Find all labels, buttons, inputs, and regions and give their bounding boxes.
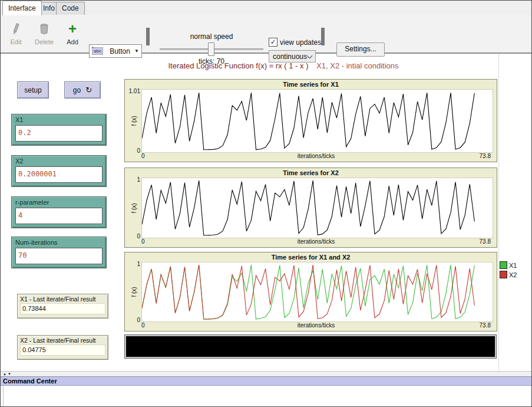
monitor-x1-label: X1 - Last iterate/Final result xyxy=(20,296,105,303)
add-button[interactable]: + Add xyxy=(60,22,85,45)
widget-type-value: Button xyxy=(105,47,134,55)
plot1-canvas xyxy=(141,89,493,153)
delete-label: Delete xyxy=(31,38,57,45)
plot1-y-label: f (x) xyxy=(131,116,137,126)
legend-label-x2: X2 xyxy=(509,271,517,278)
plot1-title: Time series for X1 xyxy=(126,80,495,89)
view-updates-checkbox[interactable]: ✓ xyxy=(269,38,277,47)
plot3-y-axis: 1 f (x) 0 xyxy=(126,262,141,322)
input-r-parameter-field[interactable]: 4 xyxy=(15,208,103,224)
netlogo-window: Interface Info Code Edit xyxy=(0,0,532,407)
monitor-x2-value: 0.04775 xyxy=(20,344,105,356)
plot-time-series-x1: Time series for X1 1.01 f (x) 0 0 iterat… xyxy=(124,79,497,162)
plot3-legend: X1 X2 xyxy=(500,261,517,280)
legend-item-x1: X1 xyxy=(500,261,517,269)
edit-label: Edit xyxy=(3,38,29,45)
plot2-ymax-tick: 1 xyxy=(137,176,140,183)
plot2-y-axis: 1 f (x) 0 xyxy=(126,178,141,238)
plot1-x-label: iterations/ticks xyxy=(141,153,491,159)
legend-label-x1: X1 xyxy=(509,262,517,269)
plot3-canvas xyxy=(141,262,493,322)
plot1-y-axis: 1.01 f (x) 0 xyxy=(126,89,141,153)
pencil-icon xyxy=(3,22,29,37)
go-label: go xyxy=(73,86,81,94)
output-view xyxy=(125,335,496,358)
tab-interface[interactable]: Interface xyxy=(2,1,42,15)
legend-swatch-x2 xyxy=(500,271,507,278)
monitor-x2-result: X2 - Last iterate/Final result 0.04775 xyxy=(17,335,108,360)
speed-slider-group: normal speed ticks: 70 xyxy=(158,32,265,62)
input-r-parameter: r-parameter 4 xyxy=(11,196,107,228)
plot2-xmax-tick: 73.8 xyxy=(480,238,491,245)
plot-time-series-x1-x2: Time series for X1 and X2 1 f (x) 0 0 it… xyxy=(124,252,497,331)
plot1-x-axis: 0 iterations/ticks 73.8 xyxy=(126,153,495,161)
plot3-x-axis: 0 iterations/ticks 73.8 xyxy=(126,322,495,330)
splitter-arrows[interactable]: ▲▼ xyxy=(3,372,12,376)
heading-main: Iterated Logistic Function f(x) = rx ( 1… xyxy=(168,61,308,70)
arrow-up-icon: ▲ xyxy=(3,372,8,376)
plot3-title: Time series for X1 and X2 xyxy=(126,253,495,262)
view-updates-label: view updates xyxy=(280,38,321,47)
plot1-xmax-tick: 73.8 xyxy=(480,153,491,159)
toolbar-separator xyxy=(146,28,150,45)
tab-code[interactable]: Code xyxy=(56,2,85,15)
canvas-edge-divider xyxy=(498,54,499,371)
input-x1: X1 0.2 xyxy=(11,114,107,146)
plus-icon: + xyxy=(60,22,85,37)
forever-icon: ↻ xyxy=(85,86,92,94)
input-x2-field[interactable]: 0.2000001 xyxy=(15,166,103,183)
toolbar-separator-2 xyxy=(321,28,325,45)
plot2-canvas xyxy=(141,178,493,238)
edit-button[interactable]: Edit xyxy=(3,22,29,45)
settings-button[interactable]: Settings... xyxy=(336,42,385,57)
plot2-title: Time series for X2 xyxy=(126,169,495,178)
arrow-down-icon: ▼ xyxy=(8,372,12,376)
delete-button[interactable]: Delete xyxy=(31,22,57,45)
plot2-y-label: f (x) xyxy=(131,203,137,213)
monitor-x2-label: X2 - Last iterate/Final result xyxy=(20,337,105,344)
add-label: Add xyxy=(60,38,85,45)
command-center-input[interactable] xyxy=(1,386,531,407)
plot1-ymax-tick: 1.01 xyxy=(129,88,140,94)
go-button[interactable]: go ↻ xyxy=(64,81,101,99)
plot-time-series-x2: Time series for X2 1 f (x) 0 0 iteration… xyxy=(124,168,497,248)
plot2-x-axis: 0 iterations/ticks 73.8 xyxy=(126,238,495,247)
dropdown-arrow-icon: ▼ xyxy=(134,48,139,54)
legend-item-x2: X2 xyxy=(500,271,517,278)
update-mode-dropdown[interactable]: continuous xyxy=(269,50,316,63)
chevron-down-icon xyxy=(307,52,313,58)
tab-bar: Interface Info Code xyxy=(1,1,531,15)
input-r-parameter-label: r-parameter xyxy=(15,199,103,206)
widget-type-dropdown[interactable]: abc Button ▼ xyxy=(89,44,142,58)
plot3-ymax-tick: 1 xyxy=(137,261,140,267)
toolbar: Edit Delete + Add abc Button ▼ normal sp… xyxy=(1,15,531,54)
model-heading: Iterated Logistic Function f(x) = rx ( 1… xyxy=(77,61,490,70)
trash-icon xyxy=(31,22,57,37)
update-mode-value: continuous xyxy=(273,52,307,61)
setup-label: setup xyxy=(24,86,41,94)
input-num-iterations: Num-iterations 70 xyxy=(11,237,107,268)
plot2-x-label: iterations/ticks xyxy=(141,238,491,245)
heading-sub: X1, X2 - intial conditions xyxy=(316,61,398,70)
command-center-header: Command Center xyxy=(1,376,531,386)
input-num-iterations-field[interactable]: 70 xyxy=(15,248,103,264)
monitor-x1-result: X1 - Last iterate/Final result 0.73844 xyxy=(17,294,108,319)
input-num-iterations-label: Num-iterations xyxy=(15,239,103,246)
speed-slider-thumb[interactable] xyxy=(208,42,214,56)
plot3-xmax-tick: 73.8 xyxy=(480,322,491,329)
setup-button[interactable]: setup xyxy=(17,81,49,99)
input-x1-label: X1 xyxy=(15,116,103,123)
view-updates-group: ✓ view updates xyxy=(269,38,321,47)
speed-label: normal speed xyxy=(158,32,265,41)
command-center-left-edge xyxy=(3,386,4,407)
legend-swatch-x1 xyxy=(500,261,507,269)
monitor-x1-value: 0.73844 xyxy=(20,303,105,314)
abc-icon: abc xyxy=(92,47,103,55)
plot3-x-label: iterations/ticks xyxy=(141,322,491,329)
input-x2-label: X2 xyxy=(15,157,103,165)
input-x2: X2 0.2000001 xyxy=(11,155,107,187)
plot3-y-label: f (x) xyxy=(131,287,137,297)
input-x1-field[interactable]: 0.2 xyxy=(15,125,103,142)
